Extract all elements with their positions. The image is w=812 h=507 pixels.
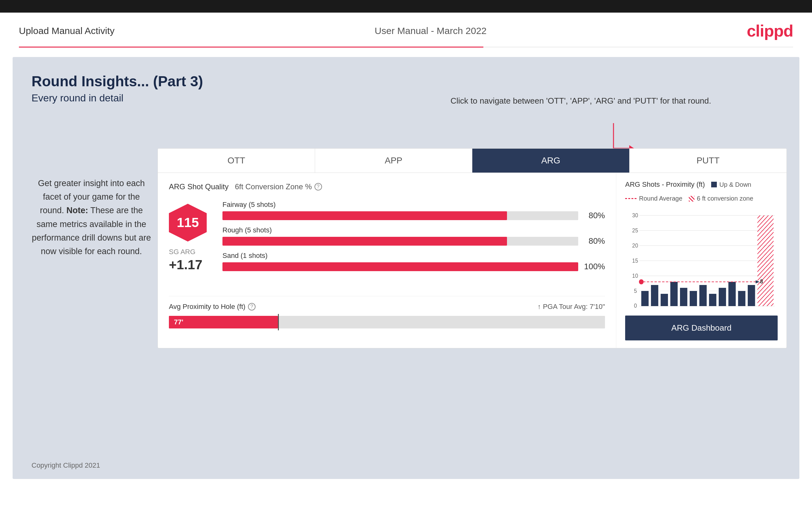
sand-pct: 100%: [583, 262, 605, 272]
rough-pct: 80%: [583, 236, 605, 246]
tab-arg[interactable]: ARG: [472, 149, 629, 173]
sand-bar-fill: [222, 262, 578, 271]
bar-3: [661, 294, 668, 306]
bar-8: [709, 294, 716, 306]
top-bar: [0, 0, 812, 13]
left-panel: ARG Shot Quality 6ft Conversion Zone % ?…: [158, 173, 616, 348]
clippd-logo: clippd: [747, 21, 793, 40]
proximity-help-icon[interactable]: ?: [248, 303, 256, 311]
svg-text:5: 5: [634, 287, 637, 294]
rough-bar-track: [222, 237, 578, 246]
arg-shot-quality-title: ARG Shot Quality: [169, 182, 229, 191]
right-panel: ARG Shots - Proximity (ft) Up & Down Rou…: [616, 173, 786, 348]
svg-text:10: 10: [632, 272, 638, 279]
fairway-label: Fairway (5 shots): [222, 201, 605, 209]
proximity-bar-fill: 77': [169, 316, 278, 329]
bar-1: [641, 291, 649, 306]
nav-hint: Click to navigate between 'OTT', 'APP', …: [451, 95, 711, 107]
legend-round-avg: Round Average: [625, 195, 682, 202]
help-icon[interactable]: ?: [314, 183, 322, 190]
legend-updown: Up & Down: [711, 181, 751, 188]
sand-bar: 100%: [222, 262, 605, 272]
bar-4: [670, 282, 677, 306]
sand-bar-track: [222, 262, 578, 271]
proximity-chart: 0 5 10 15 20 25 30: [625, 209, 778, 309]
bar-9: [719, 288, 726, 306]
bar-10: [728, 282, 736, 306]
rough-bar-fill: [222, 237, 507, 246]
left-description: Get greater insight into each facet of y…: [32, 177, 151, 258]
bar-2: [651, 285, 658, 306]
tab-putt[interactable]: PUTT: [629, 149, 786, 173]
fairway-row: Fairway (5 shots) 80%: [222, 201, 605, 220]
fairway-bar-track: [222, 211, 578, 220]
sand-label: Sand (1 shots): [222, 251, 605, 260]
shot-quality-section: Fairway (5 shots) 80% Rough (5 shots): [222, 201, 605, 277]
round-avg-start-dot: [639, 279, 644, 284]
svg-text:15: 15: [632, 257, 638, 264]
hex-score-badge: 115: [169, 204, 207, 241]
svg-text:8: 8: [760, 278, 763, 285]
svg-text:0: 0: [634, 302, 637, 309]
main-content: Round Insights... (Part 3) Every round i…: [13, 57, 799, 479]
sg-arg-section: SG ARG +1.17: [169, 248, 207, 272]
upload-manual-activity-label: Upload Manual Activity: [19, 25, 115, 36]
bar-5: [680, 288, 687, 306]
bar-11: [738, 291, 745, 306]
sand-row: Sand (1 shots) 100%: [222, 251, 605, 272]
fairway-pct: 80%: [583, 211, 605, 220]
legend-hatched-icon: [689, 196, 695, 202]
chart-area: 0 5 10 15 20 25 30: [625, 209, 778, 309]
panel-header: ARG Shot Quality 6ft Conversion Zone % ?: [169, 182, 605, 191]
tab-app[interactable]: APP: [315, 149, 472, 173]
legend-dashed-icon: [625, 198, 637, 199]
svg-text:30: 30: [632, 212, 638, 219]
svg-text:20: 20: [632, 242, 638, 249]
pga-avg-label: ↑ PGA Tour Avg: 7'10": [538, 303, 605, 311]
rough-row: Rough (5 shots) 80%: [222, 226, 605, 246]
conversion-zone-label: 6ft Conversion Zone % ?: [235, 182, 322, 191]
proximity-label: Avg Proximity to Hole (ft) ?: [169, 303, 256, 311]
chart-title: ARG Shots - Proximity (ft): [625, 180, 705, 189]
proximity-cursor: [278, 314, 279, 330]
copyright-label: Copyright Clippd 2021: [32, 461, 100, 469]
fairway-bar: 80%: [222, 211, 605, 220]
rough-label: Rough (5 shots): [222, 226, 605, 234]
sg-label: SG ARG: [169, 248, 207, 256]
legend-square-icon: [711, 182, 717, 187]
dashboard-card: OTT APP ARG PUTT ARG Shot Quality 6ft Co…: [158, 148, 787, 348]
sg-value: +1.17: [169, 257, 207, 272]
proximity-header: Avg Proximity to Hole (ft) ? ↑ PGA Tour …: [169, 303, 605, 311]
hatched-bar: [758, 215, 773, 306]
svg-text:25: 25: [632, 227, 638, 234]
fairway-bar-fill: [222, 211, 507, 220]
proximity-section: Avg Proximity to Hole (ft) ? ↑ PGA Tour …: [169, 296, 605, 329]
bar-12: [748, 285, 755, 306]
header-divider: [19, 47, 793, 48]
header: Upload Manual Activity User Manual - Mar…: [0, 13, 812, 47]
proximity-bar-track: 77': [169, 316, 605, 329]
legend-conversion: 6 ft conversion zone: [689, 195, 753, 202]
card-body: ARG Shot Quality 6ft Conversion Zone % ?…: [158, 173, 786, 348]
tab-ott[interactable]: OTT: [158, 149, 315, 173]
tabs: OTT APP ARG PUTT: [158, 149, 786, 173]
user-manual-date-label: User Manual - March 2022: [375, 25, 487, 36]
proximity-value: 77': [174, 318, 184, 326]
note-label: Note:: [66, 206, 88, 215]
bar-7: [699, 285, 706, 306]
rough-bar: 80%: [222, 236, 605, 246]
bar-6: [690, 291, 697, 306]
arg-dashboard-button[interactable]: ARG Dashboard: [625, 316, 778, 340]
section-title: Round Insights... (Part 3): [32, 73, 780, 90]
chart-header: ARG Shots - Proximity (ft) Up & Down Rou…: [625, 180, 778, 202]
proximity-bar-container: 77': [169, 316, 605, 329]
